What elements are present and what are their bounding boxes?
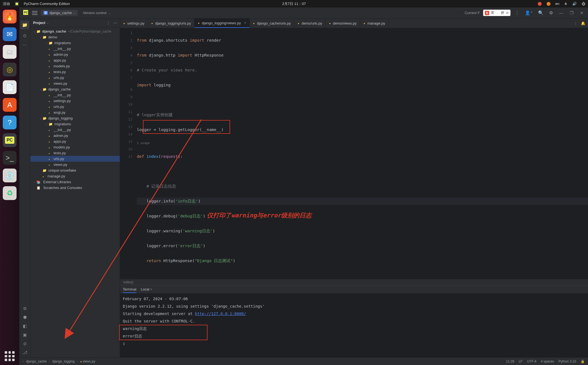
services-tool-icon[interactable]: ◧ bbox=[23, 324, 27, 329]
tab-logging-urls[interactable]: ●django_logging/urls.py bbox=[148, 18, 195, 28]
hide-pane-icon[interactable]: — bbox=[113, 21, 117, 25]
project-tree[interactable]: ⌄django_cache~/Code/Python/django_cache … bbox=[30, 27, 120, 357]
search-icon[interactable]: 🔍 bbox=[537, 10, 545, 15]
dock-apps-grid-icon[interactable] bbox=[5, 351, 15, 361]
tree-file[interactable]: views.py bbox=[30, 81, 120, 86]
ime-settings-icon[interactable]: ⚙ bbox=[506, 11, 509, 15]
tree-folder-migrations[interactable]: ›migrations bbox=[30, 40, 120, 46]
tab-logging-views[interactable]: ●django_logging/views.py× bbox=[195, 18, 250, 28]
tree-folder-demo[interactable]: ⌄demo bbox=[30, 34, 120, 40]
tree-file[interactable]: admin.py bbox=[30, 52, 120, 57]
tree-file[interactable]: __init__.py bbox=[30, 92, 120, 98]
ime-toolbar[interactable]: S 英 ， 拼 ⚙ bbox=[483, 10, 510, 16]
kebab-menu-icon[interactable]: ⋮ bbox=[574, 21, 578, 25]
tree-file[interactable]: views.py bbox=[30, 162, 120, 167]
tree-file[interactable]: models.py bbox=[30, 63, 120, 69]
editor-viewport[interactable]: 1 3 ⌃⌄ 1234567 891011121314151617 from d… bbox=[120, 28, 588, 279]
tab-terminal[interactable]: Terminal bbox=[123, 287, 136, 293]
version-control-menu[interactable]: Version control ⌵ bbox=[83, 11, 110, 15]
dock-trash-icon[interactable]: ♻ bbox=[3, 186, 17, 200]
tree-file[interactable]: __init__.py bbox=[30, 127, 120, 133]
dock-software-icon[interactable]: A bbox=[3, 98, 17, 112]
tray-notification-icon[interactable] bbox=[547, 2, 550, 6]
kebab-menu-icon[interactable]: ⋮ bbox=[107, 21, 110, 25]
tree-file[interactable]: apps.py bbox=[30, 57, 120, 63]
tree-scratches[interactable]: 📋 Scratches and Consoles bbox=[30, 185, 120, 191]
status-lock-icon[interactable]: 🔒 bbox=[581, 359, 585, 363]
dock-pycharm-icon[interactable]: PC bbox=[3, 133, 17, 147]
tree-file[interactable]: tests.py bbox=[30, 69, 120, 75]
tree-file[interactable]: tests.py bbox=[30, 150, 120, 156]
tree-file[interactable]: models.py bbox=[30, 144, 120, 150]
status-caret-pos[interactable]: 11:26 bbox=[506, 359, 514, 363]
tray-lang[interactable]: en bbox=[555, 2, 559, 6]
python-packages-tool-icon[interactable]: ⬢ bbox=[23, 315, 27, 320]
python-console-tool-icon[interactable]: ⧉ bbox=[23, 306, 26, 311]
pycharm-app-icon[interactable]: PC bbox=[22, 10, 29, 16]
tray-network-icon[interactable]: ⋔ bbox=[564, 2, 567, 6]
tree-file[interactable]: __init__.py bbox=[30, 46, 120, 52]
pycharm-window: PC D django_cache ⌵ Version control ⌵ Cu… bbox=[19, 7, 588, 365]
run-config-label[interactable]: Current F bbox=[465, 11, 480, 15]
status-python[interactable]: Python 3.10 bbox=[558, 359, 576, 363]
dock-terminal-icon[interactable]: >_ bbox=[3, 151, 17, 165]
commit-tool-icon[interactable]: ⊙ bbox=[23, 33, 26, 38]
activities-label[interactable]: 活动 bbox=[3, 1, 10, 6]
tab-cache-urls[interactable]: ●django_cache/urls.py bbox=[250, 18, 294, 28]
ubuntu-dock: 🔥 ✉ 🗂 ◎ 📄 A ? PC >_ 💿 ♻ bbox=[0, 7, 19, 365]
problems-tool-icon[interactable]: ⊘ bbox=[23, 341, 27, 346]
code-editor[interactable]: from django.shortcuts import render from… bbox=[135, 28, 588, 279]
tree-folder-unique-snowflake[interactable]: unique-snowflake bbox=[30, 167, 120, 173]
tab-settings[interactable]: ●settings.py bbox=[120, 18, 148, 28]
tree-file[interactable]: apps.py bbox=[30, 138, 120, 144]
dock-help-icon[interactable]: ? bbox=[3, 116, 17, 129]
tree-root[interactable]: ⌄django_cache~/Code/Python/django_cache bbox=[30, 28, 120, 34]
tree-file[interactable]: urls.py bbox=[30, 75, 120, 81]
tree-file[interactable]: wsgi.py bbox=[30, 110, 120, 115]
dock-files-icon[interactable]: 🗂 bbox=[3, 45, 17, 59]
status-encoding[interactable]: UTF-8 bbox=[527, 359, 536, 363]
window-restore-icon[interactable]: ❐ bbox=[568, 10, 575, 15]
tree-external-libraries[interactable]: ›📚 External Libraries bbox=[30, 179, 120, 185]
tray-sogou-icon[interactable] bbox=[538, 2, 542, 6]
usage-hint[interactable]: 1 usage bbox=[137, 141, 588, 145]
dock-firefox-icon[interactable]: 🔥 bbox=[3, 10, 17, 23]
tray-power-icon[interactable]: ⏻ bbox=[582, 2, 585, 6]
project-tool-icon[interactable]: 📁 bbox=[20, 21, 29, 29]
structure-tool-icon[interactable]: ⋯ bbox=[23, 42, 27, 47]
window-minimize-icon[interactable]: — bbox=[557, 10, 565, 15]
terminal-tool-icon[interactable]: ▣ bbox=[23, 332, 27, 337]
dock-disk-icon[interactable]: 💿 bbox=[3, 169, 17, 182]
breadcrumb[interactable]: ▫ django_cache › django_logging › ● view… bbox=[23, 359, 95, 363]
dock-rhythmbox-icon[interactable]: ◎ bbox=[3, 63, 17, 76]
tab-demo-views[interactable]: ●demo/views.py bbox=[326, 18, 360, 28]
hamburger-menu-icon[interactable] bbox=[32, 11, 38, 15]
notifications-icon[interactable]: 🔔 bbox=[581, 21, 585, 25]
tree-file-selected[interactable]: urls.py bbox=[30, 156, 120, 162]
project-pane-header[interactable]: Project ⌵ ⋮ — bbox=[30, 18, 120, 27]
tree-file[interactable]: settings.py bbox=[30, 98, 120, 104]
ubuntu-clock[interactable]: 2月7日 11：07 bbox=[282, 1, 306, 6]
settings-icon[interactable]: ⚙ bbox=[548, 10, 554, 15]
tab-manage[interactable]: ●manage.py bbox=[360, 18, 389, 28]
dock-writer-icon[interactable]: 📄 bbox=[3, 80, 17, 94]
terminal-body[interactable]: February 07, 2024 - 03:07:06 Django vers… bbox=[120, 294, 588, 357]
tree-file[interactable]: admin.py bbox=[30, 133, 120, 138]
status-line-sep[interactable]: LF bbox=[519, 359, 523, 363]
terminal-link[interactable]: http://127.0.0.1:8000/ bbox=[195, 311, 246, 316]
tree-folder-django-cache[interactable]: ⌄django_cache bbox=[30, 86, 120, 92]
tray-volume-icon[interactable]: 🔊 bbox=[572, 2, 577, 6]
git-tool-icon[interactable]: ⎇ bbox=[23, 350, 27, 355]
tree-folder-django-logging[interactable]: ⌄django_logging bbox=[30, 115, 120, 121]
code-with-me-icon[interactable]: 👤⁺ bbox=[524, 10, 534, 15]
project-switcher[interactable]: D django_cache ⌵ bbox=[41, 10, 78, 16]
tree-file[interactable]: urls.py bbox=[30, 104, 120, 110]
status-indent[interactable]: 4 spaces bbox=[541, 359, 554, 363]
tree-file-manage[interactable]: manage.py bbox=[30, 173, 120, 179]
tree-folder-migrations[interactable]: ›migrations bbox=[30, 121, 120, 127]
window-close-icon[interactable]: ✕ bbox=[578, 10, 585, 15]
close-icon[interactable]: × bbox=[244, 21, 246, 25]
kebab-menu-icon[interactable]: ⋮ bbox=[514, 10, 520, 15]
dock-thunderbird-icon[interactable]: ✉ bbox=[3, 27, 17, 41]
tab-demo-urls[interactable]: ●demo/urls.py bbox=[294, 18, 326, 28]
